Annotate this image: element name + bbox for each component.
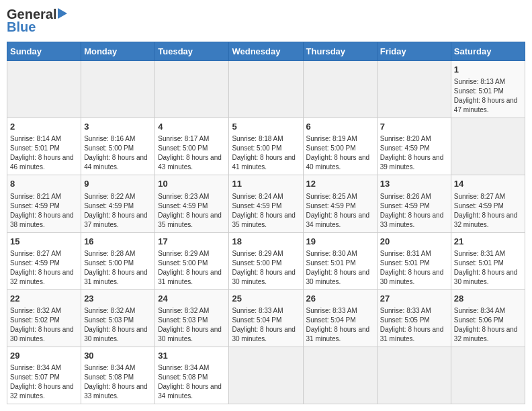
sunset-text: Sunset: 5:04 PM <box>232 316 300 325</box>
sunset-text: Sunset: 5:00 PM <box>306 144 374 153</box>
day-number: 24 <box>158 293 226 305</box>
calendar-cell: 13Sunrise: 8:26 AMSunset: 4:59 PMDayligh… <box>377 175 451 232</box>
daylight-text: Daylight: 8 hours and 30 minutes. <box>84 325 152 344</box>
calendar-cell: 22Sunrise: 8:32 AMSunset: 5:02 PMDayligh… <box>7 289 81 347</box>
sunset-text: Sunset: 5:02 PM <box>10 316 78 325</box>
daylight-text: Daylight: 8 hours and 41 minutes. <box>232 153 300 172</box>
sunrise-text: Sunrise: 8:21 AM <box>10 192 78 201</box>
week-row-1: 2Sunrise: 8:14 AMSunset: 5:01 PMDaylight… <box>7 118 525 175</box>
sunrise-text: Sunrise: 8:34 AM <box>454 306 522 316</box>
sunset-text: Sunset: 5:01 PM <box>10 144 78 153</box>
sunset-text: Sunset: 4:59 PM <box>454 201 522 211</box>
calendar-cell: 27Sunrise: 8:33 AMSunset: 5:05 PMDayligh… <box>377 289 451 347</box>
day-number: 1 <box>454 64 522 76</box>
calendar-cell: 21Sunrise: 8:31 AMSunset: 5:01 PMDayligh… <box>451 232 525 289</box>
day-number: 23 <box>84 293 152 305</box>
sunset-text: Sunset: 4:59 PM <box>380 144 448 153</box>
day-number: 18 <box>232 236 300 248</box>
calendar-cell: 7Sunrise: 8:20 AMSunset: 4:59 PMDaylight… <box>377 118 451 175</box>
calendar-cell: 31Sunrise: 8:34 AMSunset: 5:08 PMDayligh… <box>155 347 229 404</box>
day-number: 22 <box>10 293 78 305</box>
calendar-cell: 28Sunrise: 8:34 AMSunset: 5:06 PMDayligh… <box>451 289 525 347</box>
sunrise-text: Sunrise: 8:32 AM <box>84 306 152 316</box>
col-header-tuesday: Tuesday <box>155 42 229 61</box>
sunrise-text: Sunrise: 8:30 AM <box>306 249 374 259</box>
daylight-text: Daylight: 8 hours and 43 minutes. <box>158 153 226 172</box>
daylight-text: Daylight: 8 hours and 31 minutes. <box>84 268 152 287</box>
day-number: 2 <box>10 121 78 133</box>
calendar-cell <box>229 347 303 404</box>
sunrise-text: Sunrise: 8:34 AM <box>84 363 152 373</box>
sunrise-text: Sunrise: 8:29 AM <box>158 249 226 259</box>
day-number: 19 <box>306 236 374 248</box>
daylight-text: Daylight: 8 hours and 37 minutes. <box>84 211 152 230</box>
sunset-text: Sunset: 5:00 PM <box>232 259 300 268</box>
sunset-text: Sunset: 5:01 PM <box>454 259 522 268</box>
calendar-cell: 10Sunrise: 8:23 AMSunset: 4:59 PMDayligh… <box>155 175 229 232</box>
calendar-cell <box>377 61 451 118</box>
sunset-text: Sunset: 5:07 PM <box>10 373 78 382</box>
calendar-cell: 20Sunrise: 8:31 AMSunset: 5:01 PMDayligh… <box>377 232 451 289</box>
daylight-text: Daylight: 8 hours and 30 minutes. <box>10 325 78 344</box>
calendar-cell <box>451 118 525 175</box>
sunrise-text: Sunrise: 8:19 AM <box>306 134 374 144</box>
daylight-text: Daylight: 8 hours and 33 minutes. <box>380 211 448 230</box>
sunset-text: Sunset: 4:59 PM <box>306 201 374 211</box>
sunrise-text: Sunrise: 8:22 AM <box>84 192 152 201</box>
sunrise-text: Sunrise: 8:34 AM <box>158 363 226 373</box>
header: General Blue <box>7 7 525 35</box>
daylight-text: Daylight: 8 hours and 38 minutes. <box>10 211 78 230</box>
day-number: 16 <box>84 236 152 248</box>
sunrise-text: Sunrise: 8:24 AM <box>232 192 300 201</box>
logo: General Blue <box>7 7 67 35</box>
daylight-text: Daylight: 8 hours and 34 minutes. <box>158 382 226 401</box>
calendar-cell: 11Sunrise: 8:24 AMSunset: 4:59 PMDayligh… <box>229 175 303 232</box>
daylight-text: Daylight: 8 hours and 32 minutes. <box>454 211 522 230</box>
daylight-text: Daylight: 8 hours and 32 minutes. <box>10 268 78 287</box>
header-row: SundayMondayTuesdayWednesdayThursdayFrid… <box>7 42 525 61</box>
sunset-text: Sunset: 5:00 PM <box>232 144 300 153</box>
sunrise-text: Sunrise: 8:32 AM <box>10 306 78 316</box>
sunrise-text: Sunrise: 8:17 AM <box>158 134 226 144</box>
logo-blue: Blue <box>7 19 36 35</box>
logo-arrow-icon <box>58 8 67 19</box>
day-number: 21 <box>454 236 522 248</box>
sunset-text: Sunset: 5:00 PM <box>158 144 226 153</box>
sunrise-text: Sunrise: 8:20 AM <box>380 134 448 144</box>
daylight-text: Daylight: 8 hours and 35 minutes. <box>158 211 226 230</box>
sunrise-text: Sunrise: 8:31 AM <box>380 249 448 259</box>
day-number: 9 <box>84 178 152 190</box>
sunrise-text: Sunrise: 8:29 AM <box>232 249 300 259</box>
col-header-friday: Friday <box>377 42 451 61</box>
daylight-text: Daylight: 8 hours and 33 minutes. <box>84 382 152 401</box>
calendar-cell <box>229 61 303 118</box>
daylight-text: Daylight: 8 hours and 47 minutes. <box>454 96 522 115</box>
sunrise-text: Sunrise: 8:33 AM <box>232 306 300 316</box>
calendar-cell: 30Sunrise: 8:34 AMSunset: 5:08 PMDayligh… <box>81 347 155 404</box>
sunset-text: Sunset: 5:05 PM <box>380 316 448 325</box>
day-number: 5 <box>232 121 300 133</box>
sunset-text: Sunset: 5:04 PM <box>306 316 374 325</box>
sunset-text: Sunset: 5:00 PM <box>158 259 226 268</box>
calendar-cell: 3Sunrise: 8:16 AMSunset: 5:00 PMDaylight… <box>81 118 155 175</box>
daylight-text: Daylight: 8 hours and 30 minutes. <box>232 268 300 287</box>
calendar-cell: 18Sunrise: 8:29 AMSunset: 5:00 PMDayligh… <box>229 232 303 289</box>
day-number: 26 <box>306 293 374 305</box>
calendar-cell: 5Sunrise: 8:18 AMSunset: 5:00 PMDaylight… <box>229 118 303 175</box>
sunset-text: Sunset: 4:59 PM <box>232 201 300 211</box>
calendar-cell: 29Sunrise: 8:34 AMSunset: 5:07 PMDayligh… <box>7 347 81 404</box>
sunset-text: Sunset: 5:08 PM <box>84 373 152 382</box>
calendar-cell: 19Sunrise: 8:30 AMSunset: 5:01 PMDayligh… <box>303 232 377 289</box>
daylight-text: Daylight: 8 hours and 35 minutes. <box>232 211 300 230</box>
sunset-text: Sunset: 4:59 PM <box>10 259 78 268</box>
calendar-cell: 23Sunrise: 8:32 AMSunset: 5:03 PMDayligh… <box>81 289 155 347</box>
week-row-2: 8Sunrise: 8:21 AMSunset: 4:59 PMDaylight… <box>7 175 525 232</box>
daylight-text: Daylight: 8 hours and 31 minutes. <box>158 268 226 287</box>
calendar-cell <box>451 347 525 404</box>
col-header-saturday: Saturday <box>451 42 525 61</box>
daylight-text: Daylight: 8 hours and 46 minutes. <box>10 153 78 172</box>
sunrise-text: Sunrise: 8:34 AM <box>10 363 78 373</box>
sunrise-text: Sunrise: 8:25 AM <box>306 192 374 201</box>
day-number: 14 <box>454 178 522 190</box>
sunrise-text: Sunrise: 8:31 AM <box>454 249 522 259</box>
